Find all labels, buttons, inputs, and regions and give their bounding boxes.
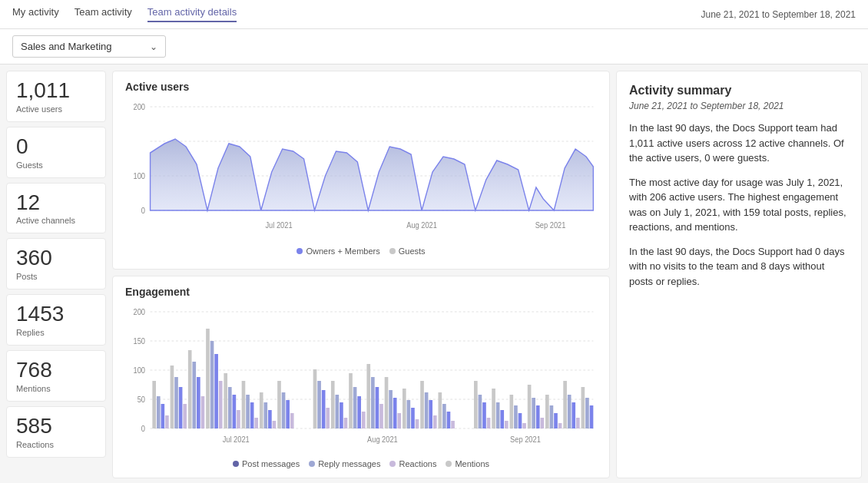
active-users-svg-container: 200 100 0 Jul 2021 Aug 2 bbox=[125, 99, 597, 243]
svg-rect-75 bbox=[416, 419, 419, 428]
svg-rect-55 bbox=[326, 408, 330, 428]
svg-rect-33 bbox=[210, 341, 214, 428]
team-dropdown[interactable]: Sales and Marketing ⌄ bbox=[12, 35, 166, 58]
svg-rect-44 bbox=[260, 392, 263, 428]
stat-guests: 0 Guests bbox=[6, 127, 106, 178]
stat-mentions: 768 Mentions bbox=[6, 350, 106, 402]
post-messages-dot bbox=[233, 461, 239, 467]
engagement-legend: Post messages Reply messages Reactions M… bbox=[125, 459, 597, 468]
owners-members-label: Owners + Members bbox=[306, 246, 379, 256]
svg-rect-98 bbox=[536, 405, 540, 428]
legend-reactions: Reactions bbox=[389, 459, 436, 468]
svg-rect-108 bbox=[581, 387, 585, 428]
tab-team-activity-details[interactable]: Team activity details bbox=[147, 6, 237, 22]
replies-label: Replies bbox=[16, 328, 96, 337]
svg-rect-25 bbox=[174, 377, 178, 428]
svg-rect-35 bbox=[219, 381, 223, 428]
svg-rect-97 bbox=[532, 398, 535, 428]
engagement-chart: Engagement 200 150 100 50 0 bbox=[112, 276, 610, 478]
svg-rect-65 bbox=[371, 377, 375, 428]
svg-rect-27 bbox=[183, 404, 187, 428]
svg-rect-26 bbox=[179, 387, 183, 428]
svg-text:Aug 2021: Aug 2021 bbox=[367, 435, 398, 444]
reply-messages-dot bbox=[309, 461, 315, 467]
summary-paragraph-2: The most active day for usage was July 1… bbox=[629, 175, 849, 235]
svg-rect-66 bbox=[376, 387, 379, 428]
svg-rect-47 bbox=[273, 421, 277, 428]
top-navigation: My activity Team activity Team activity … bbox=[0, 0, 868, 29]
svg-rect-57 bbox=[336, 395, 340, 428]
svg-rect-104 bbox=[563, 381, 567, 428]
svg-rect-93 bbox=[514, 405, 518, 428]
active-users-chart: Active users 200 100 0 bbox=[112, 71, 610, 270]
svg-rect-73 bbox=[407, 400, 411, 428]
charts-area: Active users 200 100 0 bbox=[112, 71, 610, 478]
chevron-down-icon: ⌄ bbox=[150, 41, 157, 52]
mentions-label: Mentions bbox=[16, 384, 96, 393]
svg-text:100: 100 bbox=[134, 366, 146, 375]
svg-rect-100 bbox=[545, 395, 549, 428]
summary-date: June 21, 2021 to September 18, 2021 bbox=[629, 101, 849, 111]
owners-members-dot bbox=[297, 248, 303, 254]
svg-rect-56 bbox=[331, 381, 335, 428]
svg-rect-46 bbox=[268, 410, 272, 428]
active-channels-number: 12 bbox=[16, 191, 96, 215]
legend-guests: Guests bbox=[389, 246, 426, 256]
svg-rect-24 bbox=[171, 366, 174, 428]
guests-label: Guests bbox=[16, 160, 96, 170]
svg-rect-34 bbox=[214, 354, 218, 428]
svg-text:0: 0 bbox=[141, 207, 145, 215]
svg-rect-50 bbox=[286, 400, 290, 428]
svg-text:Jul 2021: Jul 2021 bbox=[265, 221, 292, 230]
stat-reactions: 585 Reactions bbox=[6, 406, 106, 458]
svg-rect-94 bbox=[518, 413, 522, 428]
svg-rect-107 bbox=[576, 418, 580, 428]
svg-rect-45 bbox=[263, 402, 267, 428]
svg-rect-29 bbox=[192, 362, 196, 428]
tab-team-activity[interactable]: Team activity bbox=[75, 6, 132, 22]
activity-summary-card: Activity summary June 21, 2021 to Septem… bbox=[616, 71, 862, 478]
svg-rect-61 bbox=[353, 387, 357, 428]
svg-rect-82 bbox=[447, 412, 451, 428]
svg-rect-39 bbox=[237, 410, 240, 428]
legend-mentions: Mentions bbox=[446, 459, 489, 468]
svg-rect-42 bbox=[250, 402, 254, 428]
svg-rect-68 bbox=[385, 377, 389, 428]
svg-rect-22 bbox=[161, 404, 165, 428]
engagement-chart-title: Engagement bbox=[125, 286, 597, 298]
svg-rect-88 bbox=[492, 389, 495, 428]
svg-rect-60 bbox=[349, 373, 353, 428]
svg-rect-38 bbox=[233, 395, 237, 428]
svg-rect-110 bbox=[590, 405, 594, 428]
active-users-legend: Owners + Members Guests bbox=[125, 246, 597, 256]
svg-rect-71 bbox=[397, 413, 401, 428]
svg-rect-58 bbox=[340, 402, 343, 428]
svg-rect-49 bbox=[282, 392, 286, 428]
svg-rect-77 bbox=[425, 392, 429, 428]
svg-rect-70 bbox=[393, 398, 397, 428]
team-dropdown-value: Sales and Marketing bbox=[21, 41, 112, 52]
svg-text:200: 200 bbox=[134, 103, 146, 111]
svg-rect-52 bbox=[313, 369, 317, 428]
svg-rect-59 bbox=[344, 418, 348, 428]
active-users-label: Active users bbox=[16, 104, 96, 114]
svg-rect-36 bbox=[224, 373, 227, 428]
svg-rect-99 bbox=[541, 418, 545, 428]
summary-title: Activity summary bbox=[629, 84, 849, 98]
svg-rect-87 bbox=[487, 418, 491, 428]
svg-rect-76 bbox=[420, 381, 424, 428]
svg-rect-63 bbox=[362, 412, 366, 428]
reactions-dot bbox=[389, 461, 396, 467]
tab-my-activity[interactable]: My activity bbox=[12, 6, 59, 22]
nav-tabs: My activity Team activity Team activity … bbox=[12, 6, 237, 22]
svg-text:Sep 2021: Sep 2021 bbox=[510, 435, 541, 444]
active-users-chart-title: Active users bbox=[125, 81, 597, 93]
svg-rect-84 bbox=[474, 381, 478, 428]
post-messages-label: Post messages bbox=[242, 459, 300, 468]
guests-dot bbox=[389, 248, 396, 254]
mentions-dot bbox=[446, 461, 452, 467]
svg-rect-90 bbox=[500, 410, 504, 428]
team-selector-bar: Sales and Marketing ⌄ bbox=[0, 29, 868, 65]
summary-paragraph-1: In the last 90 days, the Docs Support te… bbox=[629, 121, 849, 166]
svg-text:150: 150 bbox=[134, 337, 146, 346]
